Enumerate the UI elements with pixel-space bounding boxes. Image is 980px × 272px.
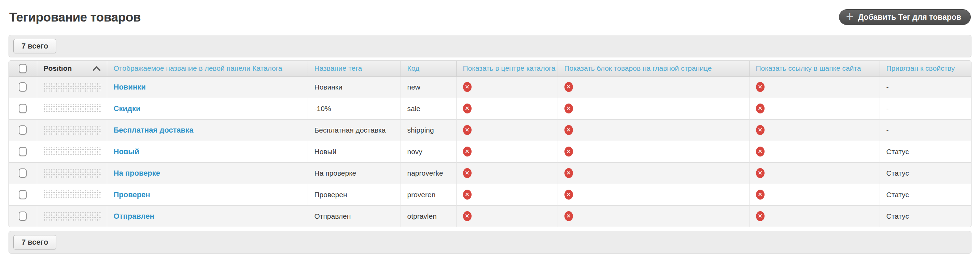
show-in-catalog-center-cell: ✕	[456, 76, 558, 98]
tag-display-name-link[interactable]: Новый	[114, 147, 139, 156]
bottom-toolbar: 7 всего	[8, 231, 972, 254]
table-row: Скидки -10% sale ✕ ✕ ✕ -	[9, 98, 972, 119]
display-name-cell: Скидки	[107, 98, 308, 119]
cross-circle-icon[interactable]: ✕	[565, 82, 573, 92]
cross-circle-icon[interactable]: ✕	[565, 125, 573, 135]
column-header-show-block-on-main[interactable]: Показать блок товаров на главной страниц…	[558, 61, 749, 76]
display-name-cell: Отправлен	[107, 205, 308, 227]
drag-handle[interactable]	[44, 82, 101, 91]
row-select-cell	[9, 162, 37, 184]
column-header-show-in-catalog-center[interactable]: Показать в центре каталога	[456, 61, 558, 76]
cross-circle-icon[interactable]: ✕	[463, 125, 472, 135]
linked-property-cell: -	[880, 98, 972, 119]
display-name-cell: Новый	[107, 141, 308, 162]
cross-circle-icon[interactable]: ✕	[463, 211, 472, 221]
tag-name-cell: Бесплатная доставка	[308, 119, 401, 141]
cross-circle-icon[interactable]: ✕	[463, 190, 472, 200]
show-block-on-main-cell: ✕	[558, 76, 749, 98]
cross-circle-icon[interactable]: ✕	[756, 125, 765, 135]
row-checkbox[interactable]	[19, 82, 27, 91]
tag-display-name-link[interactable]: Проверен	[114, 190, 150, 199]
column-header-show-link-in-header[interactable]: Показать ссылку в шапке сайта	[749, 61, 880, 76]
row-select-cell	[9, 184, 37, 205]
show-block-on-main-cell: ✕	[558, 205, 749, 227]
show-in-catalog-center-cell: ✕	[456, 119, 558, 141]
position-cell	[37, 205, 107, 227]
row-select-cell	[9, 98, 37, 119]
add-tag-button-label: Добавить Тег для товаров	[858, 13, 961, 22]
show-link-in-header-cell: ✕	[749, 205, 880, 227]
column-header-display-name[interactable]: Отображаемое название в левой панели Кат…	[107, 61, 308, 76]
code-cell: naproverke	[401, 162, 456, 184]
linked-property-cell: -	[880, 119, 972, 141]
cross-circle-icon[interactable]: ✕	[463, 104, 472, 114]
total-count-button[interactable]: 7 всего	[13, 235, 56, 250]
cross-circle-icon[interactable]: ✕	[756, 82, 765, 92]
drag-handle[interactable]	[44, 211, 101, 221]
drag-handle[interactable]	[44, 147, 101, 156]
code-cell: proveren	[401, 184, 456, 205]
tag-display-name-link[interactable]: Новинки	[114, 83, 146, 91]
linked-property-cell: Статус	[880, 141, 972, 162]
show-link-in-header-cell: ✕	[749, 141, 880, 162]
cross-circle-icon[interactable]: ✕	[565, 190, 573, 200]
position-cell	[37, 141, 107, 162]
position-cell	[37, 119, 107, 141]
cross-circle-icon[interactable]: ✕	[463, 82, 472, 92]
show-block-on-main-cell: ✕	[558, 184, 749, 205]
show-in-catalog-center-cell: ✕	[456, 98, 558, 119]
show-in-catalog-center-cell: ✕	[456, 184, 558, 205]
row-select-cell	[9, 205, 37, 227]
drag-handle[interactable]	[44, 104, 101, 113]
cross-circle-icon[interactable]: ✕	[463, 168, 472, 178]
tag-display-name-link[interactable]: Отправлен	[114, 212, 154, 221]
code-cell: sale	[401, 98, 456, 119]
tags-table: Position Отображаемое название в левой п…	[8, 61, 972, 227]
row-checkbox[interactable]	[19, 211, 27, 221]
row-checkbox[interactable]	[19, 168, 27, 178]
select-all-checkbox[interactable]	[19, 64, 27, 73]
row-checkbox[interactable]	[19, 190, 27, 199]
tag-display-name-link[interactable]: На проверке	[114, 169, 161, 178]
position-cell	[37, 98, 107, 119]
column-header-position[interactable]: Position	[37, 61, 107, 76]
tag-display-name-link[interactable]: Скидки	[114, 104, 141, 113]
cross-circle-icon[interactable]: ✕	[565, 211, 573, 221]
tag-display-name-link[interactable]: Бесплатная доставка	[114, 126, 194, 134]
display-name-cell: Проверен	[107, 184, 308, 205]
cross-circle-icon[interactable]: ✕	[756, 168, 765, 178]
column-header-tag-name[interactable]: Название тега	[308, 61, 401, 76]
cross-circle-icon[interactable]: ✕	[463, 147, 472, 157]
drag-handle[interactable]	[44, 125, 101, 134]
column-header-linked-property[interactable]: Привязан к свойству	[880, 61, 972, 76]
display-name-cell: Бесплатная доставка	[107, 119, 308, 141]
show-link-in-header-cell: ✕	[749, 76, 880, 98]
tag-name-cell: Новый	[308, 141, 401, 162]
cross-circle-icon[interactable]: ✕	[756, 147, 765, 157]
select-all-header-cell	[9, 61, 37, 76]
row-checkbox[interactable]	[19, 104, 27, 113]
table-row: Проверен Проверен proveren ✕ ✕ ✕ Статус	[9, 184, 972, 205]
linked-property-cell: Статус	[880, 205, 972, 227]
cross-circle-icon[interactable]: ✕	[565, 168, 573, 178]
drag-handle[interactable]	[44, 168, 101, 178]
cross-circle-icon[interactable]: ✕	[565, 147, 573, 157]
show-in-catalog-center-cell: ✕	[456, 162, 558, 184]
table-row: Бесплатная доставка Бесплатная доставка …	[9, 119, 972, 141]
display-name-cell: На проверке	[107, 162, 308, 184]
cross-circle-icon[interactable]: ✕	[756, 190, 765, 200]
column-header-code[interactable]: Код	[401, 61, 456, 76]
cross-circle-icon[interactable]: ✕	[756, 104, 765, 114]
table-row: Новый Новый novy ✕ ✕ ✕ Статус	[9, 141, 972, 162]
row-checkbox[interactable]	[19, 147, 27, 156]
show-link-in-header-cell: ✕	[749, 184, 880, 205]
cross-circle-icon[interactable]: ✕	[565, 104, 573, 114]
drag-handle[interactable]	[44, 190, 101, 199]
show-link-in-header-cell: ✕	[749, 119, 880, 141]
row-checkbox[interactable]	[19, 125, 27, 134]
cross-circle-icon[interactable]: ✕	[756, 211, 765, 221]
add-tag-button[interactable]: + Добавить Тег для товаров	[839, 9, 971, 25]
total-count-button[interactable]: 7 всего	[13, 39, 56, 53]
linked-property-cell: Статус	[880, 184, 972, 205]
show-link-in-header-cell: ✕	[749, 98, 880, 119]
